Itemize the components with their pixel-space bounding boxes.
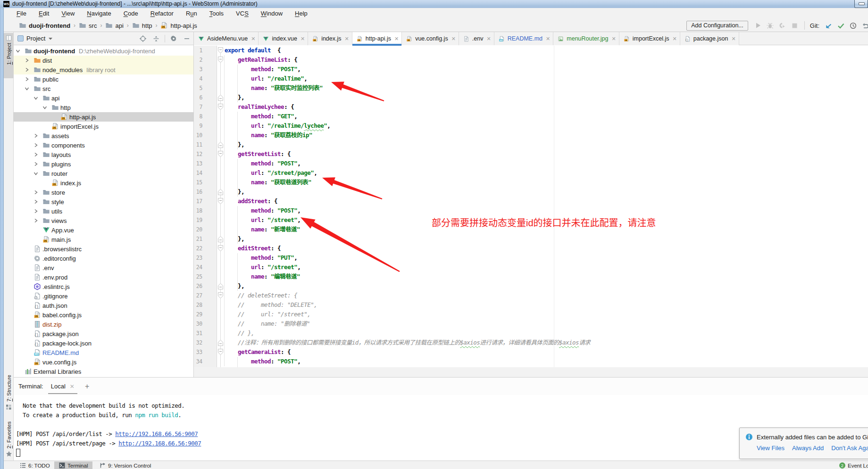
tree-item-.gitignore[interactable]: .gitignore <box>14 291 193 301</box>
close-icon[interactable]: ✕ <box>731 36 735 41</box>
todo-tool-button[interactable]: 6: TODO <box>17 461 53 469</box>
hide-panel-icon[interactable] <box>183 35 191 42</box>
menu-refactor[interactable]: Refactor <box>144 8 180 19</box>
fold-collapse-icon[interactable] <box>218 349 223 355</box>
git-commit-icon[interactable] <box>837 22 844 29</box>
chevron-collapsed-icon[interactable] <box>32 217 40 224</box>
tree-item-index.js[interactable]: JSindex.js <box>14 178 193 188</box>
git-revert-icon[interactable] <box>861 22 868 29</box>
history-icon[interactable] <box>849 22 857 29</box>
stop-icon[interactable] <box>791 22 799 29</box>
locate-file-icon[interactable] <box>139 35 147 42</box>
terminal-tab-local[interactable]: Local ✕ <box>48 378 77 395</box>
event-log-button[interactable]: 2 Event Log <box>836 461 868 469</box>
tab-README.md[interactable]: MDREADME.md✕ <box>494 32 554 45</box>
tree-item-README.md[interactable]: MDREADME.md <box>14 348 193 357</box>
code-area[interactable]: export default { getRealTimeList: { meth… <box>225 46 868 367</box>
menu-run[interactable]: Run <box>180 8 203 19</box>
fold-collapse-icon[interactable] <box>218 151 223 157</box>
minimize-button[interactable] <box>854 0 868 8</box>
tab-index.js[interactable]: JSindex.js✕ <box>308 32 352 45</box>
tree-item-assets[interactable]: assets <box>14 131 193 140</box>
chevron-expanded-icon[interactable] <box>23 85 31 92</box>
tree-item-babel.config.js[interactable]: JSbabel.config.js <box>14 310 193 320</box>
chevron-collapsed-icon[interactable] <box>32 160 40 168</box>
tree-item-auth.json[interactable]: {}auth.json <box>14 301 193 310</box>
tab-AsideMenu.vue[interactable]: AsideMenu.vue✕ <box>194 32 259 45</box>
tree-item-.eslintrc.js[interactable]: .eslintrc.js <box>14 282 193 291</box>
breadcrumb-item-duoji-frontend[interactable]: duoji-frontend <box>19 22 70 29</box>
menu-window[interactable]: Window <box>255 8 289 19</box>
new-terminal-session-icon[interactable]: + <box>85 382 89 391</box>
tool-stripe-structure-button[interactable]: 7: Structure <box>4 365 14 410</box>
chevron-collapsed-icon[interactable] <box>32 198 40 206</box>
tab-.env[interactable]: .env✕ <box>459 32 494 45</box>
tree-item-package.json[interactable]: {}package.json <box>14 329 193 338</box>
notification-link-view-files[interactable]: View Files <box>757 444 785 452</box>
breadcrumb-item-src[interactable]: src <box>79 22 97 29</box>
menu-code[interactable]: Code <box>117 8 144 19</box>
tree-item-http-api.js[interactable]: JShttp-api.js <box>14 112 193 122</box>
fold-collapse-icon[interactable] <box>218 57 223 63</box>
tree-item-.env[interactable]: .env <box>14 263 193 272</box>
tree-item-plugins[interactable]: plugins <box>14 159 193 169</box>
fold-collapse-icon[interactable] <box>218 198 223 204</box>
chevron-collapsed-icon[interactable] <box>32 132 40 140</box>
tab-importExcel.js[interactable]: JSimportExcel.js✕ <box>619 32 680 45</box>
run-with-coverage-icon[interactable] <box>779 22 786 29</box>
tree-item-store[interactable]: store <box>14 188 193 197</box>
chevron-collapsed-icon[interactable] <box>23 66 31 74</box>
tree-item-App.vue[interactable]: App.vue <box>14 225 193 235</box>
tab-vue.config.js[interactable]: JSvue.config.js✕ <box>402 32 459 45</box>
fold-end-icon[interactable] <box>218 236 223 242</box>
tree-item-vue.config.js[interactable]: JSvue.config.js <box>14 357 193 367</box>
tab-package.json[interactable]: {}package.json✕ <box>680 32 739 45</box>
breadcrumb-item-http[interactable]: http <box>132 22 152 29</box>
close-icon[interactable]: ✕ <box>70 383 75 390</box>
tree-item-.env.prod[interactable]: .env.prod <box>14 272 193 282</box>
notification-link-don't-ask-again[interactable]: Don't Ask Again <box>831 444 868 452</box>
tool-stripe-favorites-button[interactable]: 2: Favorites <box>4 415 14 457</box>
tree-item-External Libraries[interactable]: External Libraries <box>14 367 193 376</box>
tree-item-router[interactable]: router <box>14 169 193 178</box>
tree-item-utils[interactable]: utils <box>14 206 193 216</box>
menu-file[interactable]: File <box>10 8 33 19</box>
fold-end-icon[interactable] <box>218 142 223 148</box>
close-icon[interactable]: ✕ <box>546 36 550 41</box>
terminal-link[interactable]: http://192.168.66.56:9007 <box>118 440 201 447</box>
breadcrumb-item-http-api.js[interactable]: JShttp-api.js <box>160 22 197 29</box>
chevron-expanded-icon[interactable] <box>41 104 49 111</box>
tree-item-public[interactable]: public <box>14 74 193 84</box>
version-control-tool-button[interactable]: 9: Version Control <box>97 461 154 469</box>
git-update-icon[interactable] <box>825 22 832 29</box>
tree-item-src[interactable]: src <box>14 84 193 93</box>
tree-item-api[interactable]: api <box>14 93 193 103</box>
notification-link-always-add[interactable]: Always Add <box>792 444 824 452</box>
menu-tools[interactable]: Tools <box>203 8 230 19</box>
chevron-collapsed-icon[interactable] <box>32 189 40 196</box>
chevron-collapsed-icon[interactable] <box>32 141 40 149</box>
debug-icon[interactable] <box>767 22 774 29</box>
close-icon[interactable]: ✕ <box>394 36 399 41</box>
tree-item-importExcel.js[interactable]: JSimportExcel.js <box>14 122 193 131</box>
fold-collapse-icon[interactable] <box>218 292 223 298</box>
gear-icon[interactable] <box>170 35 177 42</box>
tree-item-node_modules[interactable]: node_moduleslibrary root <box>14 65 193 74</box>
fold-end-icon[interactable] <box>218 95 223 101</box>
chevron-collapsed-icon[interactable] <box>23 57 31 64</box>
chevron-expanded-icon[interactable] <box>32 94 40 102</box>
terminal-link[interactable]: http://192.168.66.56:9007 <box>115 430 198 437</box>
tab-http-api.js[interactable]: JShttp-api.js✕ <box>352 32 402 45</box>
fold-collapse-icon[interactable] <box>218 104 223 110</box>
project-panel-title[interactable]: Project <box>26 35 45 42</box>
chevron-collapsed-icon[interactable] <box>32 151 40 158</box>
add-configuration-button[interactable]: Add Configuration... <box>686 21 748 31</box>
tree-item-style[interactable]: style <box>14 197 193 206</box>
tree-item-views[interactable]: views <box>14 216 193 225</box>
tree-item-package-lock.json[interactable]: {}package-lock.json <box>14 338 193 348</box>
chevron-expanded-icon[interactable] <box>14 47 22 55</box>
tree-item-duoji-frontend[interactable]: duoji-frontendD:\zheheWeb\duoji-frontend <box>14 46 193 56</box>
close-icon[interactable]: ✕ <box>251 36 255 41</box>
tree-item-.browserslistrc[interactable]: .browserslistrc <box>14 244 193 254</box>
fold-collapse-icon[interactable] <box>218 47 223 53</box>
